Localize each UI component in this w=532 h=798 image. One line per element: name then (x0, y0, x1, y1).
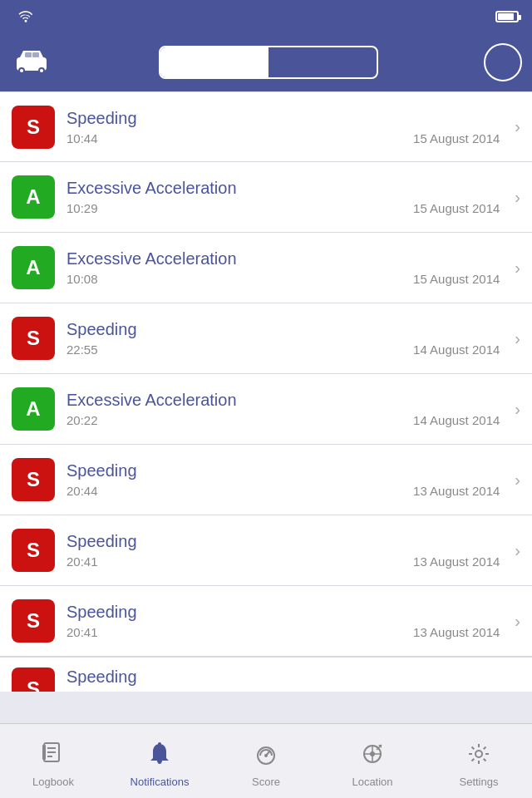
tab-notifications[interactable]: Notifications (106, 724, 213, 798)
item-meta: 20:41 13 August 2014 (66, 625, 500, 639)
item-time: 10:08 (66, 272, 98, 286)
item-date: 14 August 2014 (413, 342, 500, 357)
chevron-right-icon: › (515, 188, 520, 207)
item-time: 22:55 (66, 342, 98, 357)
item-badge: S (12, 317, 55, 360)
list-item[interactable]: S Speeding 20:41 13 August 2014 › (0, 515, 532, 586)
item-badge: S (12, 599, 55, 643)
settings-label: Settings (460, 776, 499, 788)
item-time: 10:44 (66, 131, 98, 145)
item-badge: S (12, 106, 55, 149)
item-badge: A (12, 175, 55, 219)
item-content: Speeding 20:41 13 August 2014 (66, 603, 500, 639)
item-badge-partial: S (12, 667, 55, 692)
item-time: 20:44 (66, 484, 98, 498)
item-title: Speeding (66, 109, 500, 128)
item-title: Speeding (66, 603, 500, 622)
svg-point-4 (40, 69, 43, 72)
settings-icon (466, 741, 491, 772)
item-title: Excessive Acceleration (66, 391, 500, 410)
parking-button[interactable] (484, 43, 522, 81)
location-icon (360, 741, 385, 772)
svg-point-21 (475, 751, 482, 757)
list-item[interactable]: S Speeding 22:55 14 August 2014 › (0, 303, 532, 374)
item-content: Speeding 20:44 13 August 2014 (66, 461, 500, 498)
item-content: Speeding 20:41 13 August 2014 (66, 532, 500, 569)
item-date: 15 August 2014 (413, 131, 500, 145)
item-badge: A (12, 246, 55, 289)
list-item-partial[interactable]: S Speeding (0, 657, 532, 692)
item-date: 14 August 2014 (413, 413, 500, 427)
item-meta: 10:29 15 August 2014 (66, 201, 500, 215)
score-icon (254, 741, 278, 772)
svg-rect-8 (42, 745, 46, 760)
svg-point-2 (20, 69, 23, 72)
item-date: 13 August 2014 (413, 625, 500, 639)
item-date: 13 August 2014 (413, 554, 500, 569)
bell-icon (147, 741, 172, 772)
status-right (495, 11, 519, 22)
tab-settings[interactable]: Settings (426, 724, 532, 798)
car-icon (10, 41, 53, 84)
chevron-right-icon: › (515, 117, 520, 136)
item-content: Speeding 22:55 14 August 2014 (66, 320, 500, 357)
list-item[interactable]: A Excessive Acceleration 10:08 15 August… (0, 233, 532, 303)
item-title: Excessive Acceleration (66, 179, 500, 198)
item-content: Speeding 10:44 15 August 2014 (66, 109, 500, 145)
list-item[interactable]: A Excessive Acceleration 20:22 14 August… (0, 374, 532, 445)
item-time: 20:22 (66, 413, 98, 427)
svg-point-12 (158, 742, 161, 746)
item-date: 15 August 2014 (413, 272, 500, 286)
item-meta: 22:55 14 August 2014 (66, 342, 500, 357)
logbook-icon (41, 741, 66, 772)
nav-bar (0, 33, 532, 91)
item-meta: 20:44 13 August 2014 (66, 484, 500, 498)
item-title: Speeding (66, 320, 500, 339)
wifi-icon (18, 11, 33, 22)
chevron-right-icon: › (515, 541, 520, 560)
driver-tab[interactable] (268, 47, 377, 77)
chevron-right-icon: › (515, 470, 520, 490)
item-title: Speeding (66, 461, 500, 480)
item-time: 20:41 (66, 554, 98, 569)
tab-score[interactable]: Score (213, 724, 319, 798)
item-time: 20:41 (66, 625, 98, 639)
notifications-list: S Speeding 10:44 15 August 2014 › A Exce… (0, 91, 532, 723)
chevron-right-icon: › (515, 612, 520, 631)
score-label: Score (252, 776, 280, 788)
item-title: Speeding (66, 532, 500, 551)
item-content: Excessive Acceleration 10:08 15 August 2… (66, 249, 500, 286)
item-badge: A (12, 387, 55, 431)
list-item[interactable]: S Speeding 10:44 15 August 2014 › (0, 91, 532, 162)
battery-icon (495, 11, 519, 22)
svg-point-15 (264, 754, 268, 757)
status-left (13, 11, 33, 22)
svg-point-19 (370, 751, 375, 756)
vehicle-tab[interactable] (160, 47, 268, 77)
item-title: Excessive Acceleration (66, 249, 500, 268)
tab-bar: Logbook Notifications Score (0, 723, 532, 798)
item-meta: 10:44 15 August 2014 (66, 131, 500, 145)
status-bar (0, 0, 532, 33)
tab-location[interactable]: Location (319, 724, 426, 798)
list-item[interactable]: A Excessive Acceleration 10:29 15 August… (0, 162, 532, 233)
item-date: 13 August 2014 (413, 484, 500, 498)
segment-control[interactable] (159, 46, 378, 79)
item-date: 15 August 2014 (413, 201, 500, 215)
list-item[interactable]: S Speeding 20:41 13 August 2014 › (0, 586, 532, 657)
car-svg (13, 47, 50, 77)
item-badge: S (12, 458, 55, 501)
item-meta: 10:08 15 August 2014 (66, 272, 500, 286)
chevron-right-icon: › (515, 400, 520, 419)
chevron-right-icon: › (515, 329, 520, 348)
logbook-label: Logbook (32, 776, 74, 788)
svg-rect-6 (32, 52, 39, 57)
svg-rect-5 (25, 52, 32, 57)
chevron-right-icon: › (515, 259, 520, 278)
tab-logbook[interactable]: Logbook (0, 724, 106, 798)
list-item[interactable]: S Speeding 20:44 13 August 2014 › (0, 445, 532, 515)
item-content: Excessive Acceleration 10:29 15 August 2… (66, 179, 500, 215)
item-content: Excessive Acceleration 20:22 14 August 2… (66, 391, 500, 427)
item-badge: S (12, 529, 55, 572)
location-label: Location (352, 776, 392, 788)
